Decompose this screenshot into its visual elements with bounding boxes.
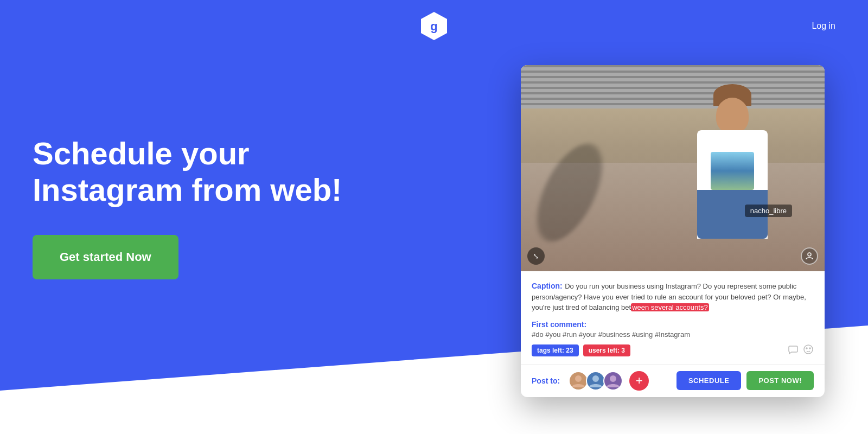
tags-badge: tags left: 23 — [532, 344, 579, 356]
logo-icon: g — [419, 11, 449, 41]
svg-text:g: g — [430, 20, 437, 33]
avatar-1 — [569, 371, 588, 391]
tag-icons — [788, 344, 814, 358]
hero-title: Schedule your Instagram from web! — [33, 136, 342, 208]
post-to-label: Post to: — [532, 376, 560, 385]
comment-row: First comment: #do #you #run #your #busi… — [532, 320, 814, 339]
hero-content: Schedule your Instagram from web! Get st… — [33, 136, 342, 279]
shirt-graphic — [711, 152, 754, 190]
app-mockup-card: nacho_libre ⤡ Caption: Do you run your b… — [521, 65, 825, 397]
add-account-button[interactable]: + — [629, 371, 649, 391]
avatar-list — [569, 371, 623, 391]
svg-point-3 — [804, 345, 813, 354]
avatar-2 — [586, 371, 605, 391]
svg-point-6 — [575, 375, 582, 382]
caption-row: Caption: Do you run your business using … — [532, 281, 814, 313]
caption-area: Caption: Do you run your business using … — [521, 271, 825, 364]
head-graphic — [716, 98, 749, 133]
page-wrapper: g Log in Schedule your Instagram from we… — [0, 0, 868, 434]
login-button[interactable]: Log in — [812, 21, 835, 31]
header: g Log in — [0, 0, 868, 52]
caption-highlight: ween several accounts? — [631, 303, 709, 311]
user-tag-button[interactable] — [801, 247, 818, 265]
svg-point-4 — [806, 348, 807, 349]
person-figure — [684, 98, 781, 239]
post-bar: Post to: — [521, 364, 825, 397]
svg-point-2 — [808, 253, 811, 256]
caption-label: Caption: — [532, 282, 563, 290]
avatar-3 — [603, 371, 623, 391]
caption-text: Do you run your business using Instagram… — [532, 282, 806, 311]
expand-button[interactable]: ⤡ — [527, 247, 545, 265]
users-badge: users left: 3 — [583, 344, 630, 356]
svg-point-5 — [809, 348, 810, 349]
post-now-button[interactable]: POST NOW! — [746, 371, 814, 390]
mockup-photo: nacho_libre ⤡ — [521, 65, 825, 271]
comment-text: #do #you #run #your #business #using #In… — [532, 330, 814, 339]
svg-point-7 — [592, 375, 599, 382]
get-started-button[interactable]: Get started Now — [33, 235, 178, 279]
comment-icon[interactable] — [788, 344, 799, 358]
body-graphic — [697, 130, 768, 239]
comment-label: First comment: — [532, 320, 586, 329]
tags-row: tags left: 23 users left: 3 — [532, 344, 814, 364]
emoji-icon[interactable] — [803, 344, 814, 358]
username-tag: nacho_libre — [745, 205, 792, 217]
hero-title-line2: Instagram from web! — [33, 172, 342, 207]
schedule-button[interactable]: SCHEDULE — [676, 371, 742, 390]
logo-container: g — [419, 11, 449, 41]
hero-title-line1: Schedule your — [33, 136, 250, 171]
svg-point-8 — [610, 375, 616, 382]
